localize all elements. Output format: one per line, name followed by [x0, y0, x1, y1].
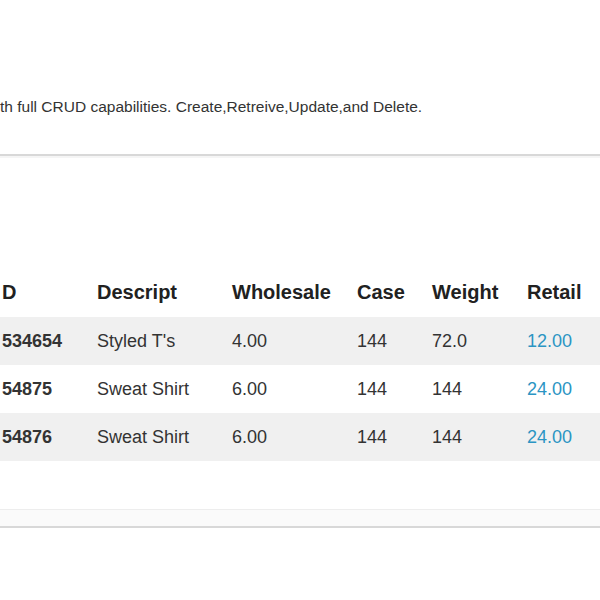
cell-case: 144: [355, 317, 430, 365]
table-row: 54875 Sweat Shirt 6.00 144 144 24.00: [0, 365, 600, 413]
column-header-weight: Weight: [430, 268, 525, 317]
page: th full CRUD capabilities. Create,Retrei…: [0, 0, 600, 600]
column-header-retail: Retail: [525, 268, 600, 317]
cell-weight: 72.0: [430, 317, 525, 365]
header-divider: [0, 154, 600, 156]
panel-bottom-edge: [0, 509, 600, 528]
table-header-row: D Descript Wholesale Case Weight Retail: [0, 268, 600, 317]
column-header-wholesale: Wholesale: [230, 268, 355, 317]
retail-price-link[interactable]: 12.00: [527, 331, 572, 351]
cell-case: 144: [355, 413, 430, 461]
table-row: 54876 Sweat Shirt 6.00 144 144 24.00: [0, 413, 600, 461]
crud-description-text: th full CRUD capabilities. Create,Retrei…: [0, 97, 422, 117]
cell-description: Sweat Shirt: [95, 413, 230, 461]
table-row: 534654 Styled T's 4.00 144 72.0 12.00: [0, 317, 600, 365]
cell-wholesale: 6.00: [230, 365, 355, 413]
retail-price-link[interactable]: 24.00: [527, 427, 572, 447]
cell-id: 534654: [0, 317, 95, 365]
cell-case: 144: [355, 365, 430, 413]
column-header-description: Descript: [95, 268, 230, 317]
cell-description: Styled T's: [95, 317, 230, 365]
cell-id: 54875: [0, 365, 95, 413]
products-table: D Descript Wholesale Case Weight Retail …: [0, 268, 600, 461]
cell-wholesale: 6.00: [230, 413, 355, 461]
column-header-case: Case: [355, 268, 430, 317]
cell-id: 54876: [0, 413, 95, 461]
retail-price-link[interactable]: 24.00: [527, 379, 572, 399]
column-header-id: D: [0, 268, 95, 317]
cell-description: Sweat Shirt: [95, 365, 230, 413]
cell-weight: 144: [430, 365, 525, 413]
cell-weight: 144: [430, 413, 525, 461]
cell-wholesale: 4.00: [230, 317, 355, 365]
